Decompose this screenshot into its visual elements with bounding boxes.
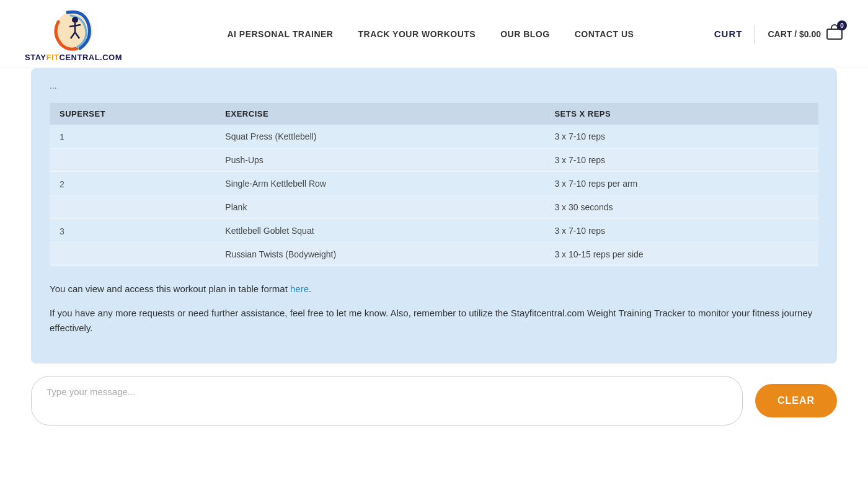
- superset-1: 1: [50, 125, 215, 149]
- table-row: Russian Twists (Bodyweight) 3 x 10-15 re…: [50, 243, 818, 266]
- svg-point-1: [72, 17, 78, 23]
- col-superset: SUPERSET: [50, 103, 215, 125]
- logo-icon: [49, 6, 99, 53]
- main-nav: AI PERSONAL TRAINER TRACK YOUR WORKOUTS …: [147, 29, 714, 39]
- col-sets-reps: SETS X REPS: [544, 103, 818, 125]
- cart-button[interactable]: CART / $0.00 0: [768, 24, 843, 43]
- sets-6: 3 x 10-15 reps per side: [544, 243, 818, 266]
- main-content: ... SUPERSET EXERCISE SETS X REPS 1 Squa…: [0, 68, 868, 450]
- superset-3: 3: [50, 219, 215, 243]
- header-divider: [755, 25, 755, 43]
- table-row: 1 Squat Press (Kettlebell) 3 x 7-10 reps: [50, 125, 818, 149]
- sets-4: 3 x 30 seconds: [544, 196, 818, 219]
- cart-icon-wrap: 0: [826, 24, 843, 43]
- svg-rect-6: [827, 29, 842, 39]
- chat-paragraph-1: You can view and access this workout pla…: [50, 282, 818, 296]
- logo-text: STAYFITCENTRAL.COM: [25, 53, 122, 62]
- table-row: Plank 3 x 30 seconds: [50, 196, 818, 219]
- logo-link[interactable]: STAYFITCENTRAL.COM: [25, 6, 122, 62]
- superset-3b: [50, 243, 215, 266]
- site-header: STAYFITCENTRAL.COM AI PERSONAL TRAINER T…: [0, 0, 868, 68]
- superset-2: 2: [50, 172, 215, 196]
- exercise-4: Plank: [215, 196, 544, 219]
- exercise-5: Kettlebell Goblet Squat: [215, 219, 544, 243]
- superset-1b: [50, 149, 215, 172]
- partial-text: ...: [50, 81, 818, 91]
- table-row: 2 Single-Arm Kettlebell Row 3 x 7-10 rep…: [50, 172, 818, 196]
- table-header: SUPERSET EXERCISE SETS X REPS: [50, 103, 818, 125]
- workout-table: SUPERSET EXERCISE SETS X REPS 1 Squat Pr…: [50, 103, 818, 266]
- col-exercise: EXERCISE: [215, 103, 544, 125]
- nav-our-blog[interactable]: OUR BLOG: [500, 29, 549, 39]
- clear-button[interactable]: CLEAR: [755, 384, 837, 417]
- message-input[interactable]: [31, 376, 743, 426]
- exercise-6: Russian Twists (Bodyweight): [215, 243, 544, 266]
- table-row: Push-Ups 3 x 7-10 reps: [50, 149, 818, 172]
- exercise-2: Push-Ups: [215, 149, 544, 172]
- header-right: CURT CART / $0.00 0: [714, 24, 843, 43]
- table-row: 3 Kettlebell Goblet Squat 3 x 7-10 reps: [50, 219, 818, 243]
- para1-before-link: You can view and access this workout pla…: [50, 283, 290, 294]
- cart-badge: 0: [837, 20, 847, 30]
- nav-ai-trainer[interactable]: AI PERSONAL TRAINER: [227, 29, 333, 39]
- sets-3: 3 x 7-10 reps per arm: [544, 172, 818, 196]
- exercise-3: Single-Arm Kettlebell Row: [215, 172, 544, 196]
- sets-1: 3 x 7-10 reps: [544, 125, 818, 149]
- para1-after-link: .: [309, 283, 311, 294]
- sets-5: 3 x 7-10 reps: [544, 219, 818, 243]
- cart-label: CART / $0.00: [768, 29, 821, 39]
- message-area: CLEAR: [31, 376, 837, 426]
- sets-2: 3 x 7-10 reps: [544, 149, 818, 172]
- table-body: 1 Squat Press (Kettlebell) 3 x 7-10 reps…: [50, 125, 818, 266]
- nav-track-workouts[interactable]: TRACK YOUR WORKOUTS: [358, 29, 476, 39]
- superset-2b: [50, 196, 215, 219]
- chat-paragraph-2: If you have any more requests or need fu…: [50, 306, 818, 336]
- chat-bubble: ... SUPERSET EXERCISE SETS X REPS 1 Squa…: [31, 68, 837, 363]
- exercise-1: Squat Press (Kettlebell): [215, 125, 544, 149]
- here-link[interactable]: here: [290, 283, 309, 294]
- nav-contact-us[interactable]: CONTACT US: [575, 29, 634, 39]
- user-name: CURT: [714, 29, 743, 39]
